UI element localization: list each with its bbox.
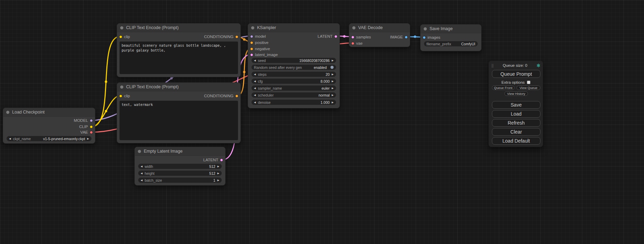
node-save-image-titlebar[interactable]: Save Image [421, 25, 481, 33]
increment-arrow-icon[interactable]: ▶ [218, 179, 219, 181]
refresh-button[interactable]: Refresh [492, 119, 540, 127]
decrement-arrow-icon[interactable]: ◀ [141, 172, 142, 174]
queue-front-button[interactable]: Queue Front [492, 85, 514, 90]
settings-gear-icon[interactable]: ✻ [537, 63, 540, 68]
increment-arrow-icon[interactable]: ▶ [332, 87, 334, 89]
negative-prompt-textarea[interactable]: text, watermark [120, 101, 238, 140]
widget-value: ComfyUI [461, 42, 475, 46]
increment-arrow-icon[interactable]: ▶ [332, 101, 334, 103]
latent-input-dot[interactable] [250, 53, 253, 56]
random-seed-toggle-widget[interactable]: Random seed after every gen enabled [252, 65, 336, 70]
node-save-image[interactable]: Save Image images filename_prefix ComfyU… [420, 24, 482, 51]
vae-output-dot[interactable] [90, 131, 93, 134]
input-slot-model: model [248, 34, 266, 39]
collapse-dot[interactable] [424, 27, 427, 30]
decrement-arrow-icon[interactable]: ◀ [254, 94, 256, 96]
steps-widget[interactable]: ◀ steps 20 ▶ [252, 72, 336, 77]
node-vae-decode[interactable]: VAE Decode samples vae IMAGE [349, 23, 410, 47]
node-vae-decode-titlebar[interactable]: VAE Decode [349, 24, 410, 32]
node-title: CLIP Text Encode (Prompt) [126, 84, 179, 89]
output-slot-image: IMAGE [390, 34, 410, 40]
collapse-dot[interactable] [251, 26, 254, 29]
node-ksampler-titlebar[interactable]: KSampler [248, 24, 339, 32]
extra-options-checkbox[interactable] [527, 81, 530, 84]
clear-button[interactable]: Clear [492, 128, 540, 136]
conditioning-input-dot[interactable] [250, 47, 253, 51]
decrement-arrow-icon[interactable]: ◀ [141, 165, 142, 168]
clip-input-dot[interactable] [119, 94, 122, 98]
cfg-widget[interactable]: ◀ cfg 8.000 ▶ [252, 79, 336, 84]
height-widget[interactable]: ◀ height 512 ▶ [138, 171, 222, 176]
output-slot-latent: LATENT [318, 34, 339, 39]
widget-value: 1 [213, 178, 215, 182]
image-output-dot[interactable] [405, 36, 408, 39]
node-clip-text-encode-positive[interactable]: CLIP Text Encode (Prompt) clip CONDITION… [117, 23, 241, 77]
model-output-dot[interactable] [90, 119, 93, 122]
decrement-arrow-icon[interactable]: ◀ [141, 179, 142, 181]
clip-input-dot[interactable] [119, 35, 122, 38]
decrement-arrow-icon[interactable]: ◀ [254, 101, 256, 103]
clip-output-dot[interactable] [90, 125, 93, 128]
sampler-name-widget[interactable]: ◀ sampler_name euler ▶ [252, 85, 336, 91]
conditioning-input-dot[interactable] [250, 41, 253, 44]
node-load-checkpoint[interactable]: Load Checkpoint MODEL CLIP VAE ◀ ckpt_na… [3, 108, 95, 144]
node-clip-positive-titlebar[interactable]: CLIP Text Encode (Prompt) [117, 24, 240, 32]
view-history-button[interactable]: View History [504, 91, 528, 96]
widget-value: normal [319, 93, 330, 97]
latent-input-dot[interactable] [351, 36, 354, 39]
load-button[interactable]: Load [492, 110, 540, 118]
latent-output-dot[interactable] [334, 35, 337, 38]
node-clip-negative-titlebar[interactable]: CLIP Text Encode (Prompt) [117, 83, 240, 91]
comfy-menu-panel: ⣿ Queue size: 0 ✻ Queue Prompt Extra opt… [488, 61, 543, 147]
filename-prefix-widget[interactable]: filename_prefix ComfyUI [424, 41, 478, 46]
node-title: Empty Latent Image [144, 149, 183, 154]
denoise-widget[interactable]: ◀ denoise 1.000 ▶ [252, 100, 336, 105]
conditioning-output-dot[interactable] [235, 35, 238, 38]
input-slot-vae: vae [349, 40, 363, 46]
increment-arrow-icon[interactable]: ▶ [332, 59, 334, 62]
scheduler-widget[interactable]: ◀ scheduler normal ▶ [252, 92, 336, 98]
node-load-checkpoint-titlebar[interactable]: Load Checkpoint [3, 108, 95, 117]
decrement-arrow-icon[interactable]: ◀ [254, 73, 256, 75]
increment-arrow-icon[interactable]: ▶ [332, 94, 334, 96]
save-button[interactable]: Save [492, 101, 540, 109]
decrement-arrow-icon[interactable]: ◀ [254, 87, 256, 89]
collapse-dot[interactable] [120, 26, 123, 29]
input-label-latent-image: latent_image [255, 53, 278, 57]
output-slot-model: MODEL [74, 118, 95, 123]
node-empty-latent-image[interactable]: Empty Latent Image LATENT ◀ width 512 ▶ … [134, 147, 226, 186]
load-default-button[interactable]: Load Default [492, 137, 540, 145]
queue-prompt-button[interactable]: Queue Prompt [492, 70, 540, 78]
node-ksampler[interactable]: KSampler model positive negative latent_… [248, 23, 340, 108]
ckpt-name-widget[interactable]: ◀ ckpt_name v1-5-pruned-emaonly.ckpt ▶ [7, 136, 91, 141]
positive-prompt-textarea[interactable]: beautiful scenery nature glass bottle la… [120, 42, 238, 74]
model-input-dot[interactable] [250, 35, 253, 38]
collapse-dot[interactable] [138, 150, 141, 153]
increment-arrow-icon[interactable]: ▶ [332, 73, 334, 75]
input-slot-clip: clip [117, 34, 130, 39]
increment-arrow-icon[interactable]: ▶ [218, 165, 219, 168]
decrement-arrow-icon[interactable]: ◀ [254, 80, 256, 82]
image-input-dot[interactable] [423, 36, 426, 39]
node-clip-text-encode-negative[interactable]: CLIP Text Encode (Prompt) clip CONDITION… [117, 82, 241, 143]
batch-size-widget[interactable]: ◀ batch_size 1 ▶ [138, 178, 222, 183]
node-empty-latent-titlebar[interactable]: Empty Latent Image [135, 147, 225, 156]
conditioning-output-dot[interactable] [235, 94, 238, 98]
wire-midpoint-dot [170, 77, 173, 80]
collapse-dot[interactable] [6, 111, 9, 114]
latent-output-dot[interactable] [220, 159, 223, 162]
width-widget[interactable]: ◀ width 512 ▶ [138, 164, 222, 169]
increment-arrow-icon[interactable]: ▶ [218, 172, 219, 174]
increment-arrow-icon[interactable]: ▶ [87, 137, 89, 140]
increment-arrow-icon[interactable]: ▶ [332, 80, 334, 82]
vae-input-dot[interactable] [351, 42, 354, 45]
collapse-dot[interactable] [120, 85, 123, 89]
widget-label: height [144, 171, 155, 175]
view-queue-button[interactable]: View Queue [517, 85, 540, 90]
decrement-arrow-icon[interactable]: ◀ [254, 59, 256, 62]
decrement-arrow-icon[interactable]: ◀ [9, 137, 11, 140]
graph-canvas[interactable]: Load Checkpoint MODEL CLIP VAE ◀ ckpt_na… [0, 0, 644, 244]
seed-widget[interactable]: ◀ seed 156680208700286 ▶ [252, 58, 336, 63]
collapse-dot[interactable] [352, 26, 355, 29]
toggle-dot[interactable] [330, 66, 334, 69]
